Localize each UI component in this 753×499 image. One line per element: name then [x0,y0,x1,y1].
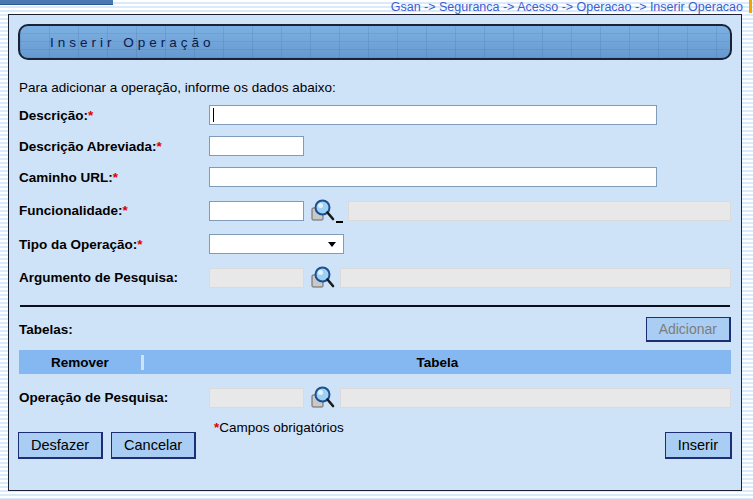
caminho-url-input[interactable] [209,167,657,187]
tabelas-section-header: Tabelas: Adicionar [19,317,731,342]
intro-text: Para adicionar a operação, informe os da… [19,80,731,95]
row-operacao-pesquisa: Operação de Pesquisa: [19,384,731,411]
descricao-label: Descrição:* [19,108,209,123]
argumento-pesquisa-input [209,268,304,288]
required-asterisk: * [88,108,93,123]
operacao-pesquisa-display [340,388,731,408]
cancelar-button[interactable]: Cancelar [111,432,196,459]
row-descricao: Descrição:* [19,104,731,126]
orange-marker [749,0,752,13]
operacao-pesquisa-search-button[interactable] [309,385,335,411]
tabelas-label: Tabelas: [19,322,73,337]
funcionalidade-label: Funcionalidade:* [19,203,209,218]
required-asterisk: * [157,139,162,154]
required-asterisk: * [113,170,118,185]
argumento-pesquisa-label: Argumento de Pesquisa: [19,270,209,285]
required-asterisk: * [123,203,128,218]
column-header-remover: Remover [19,355,144,370]
row-funcionalidade: Funcionalidade:* [19,197,731,224]
chevron-down-icon [328,242,336,247]
magnifier-icon [309,385,335,411]
tipo-operacao-select[interactable] [209,234,344,254]
row-caminho-url: Caminho URL:* [19,166,731,188]
magnifier-icon [309,265,335,291]
funcionalidade-input[interactable] [209,201,304,221]
funcionalidade-search-button[interactable] [309,198,343,224]
descricao-input[interactable] [209,105,657,125]
row-descricao-abreviada: Descrição Abreviada:* [19,135,731,157]
breadcrumb[interactable]: Gsan -> Seguranca -> Acesso -> Operacao … [391,0,743,14]
operacao-pesquisa-label: Operação de Pesquisa: [19,390,209,405]
argumento-pesquisa-display [340,268,731,288]
funcionalidade-display [348,201,731,221]
tabelas-table-header: Remover Tabela [19,350,731,374]
desfazer-button[interactable]: Desfazer [18,432,103,459]
argumento-pesquisa-search-button[interactable] [309,265,335,291]
footer-actions: Desfazer Cancelar Inserir [18,432,732,459]
descricao-abreviada-label: Descrição Abreviada:* [19,139,209,154]
section-divider [20,305,730,307]
column-header-tabela: Tabela [144,355,731,370]
form-content: Para adicionar a operação, informe os da… [9,80,741,435]
row-argumento-pesquisa: Argumento de Pesquisa: [19,264,731,291]
row-tipo-operacao: Tipo da Operação:* [19,233,731,255]
adicionar-button[interactable]: Adicionar [646,317,731,342]
link-underscore [336,221,343,223]
tipo-operacao-label: Tipo da Operação:* [19,237,209,252]
caminho-url-label: Caminho URL:* [19,170,209,185]
operacao-pesquisa-input [209,388,304,408]
main-panel: Inserir Operação Para adicionar a operaç… [8,14,742,491]
required-asterisk: * [137,237,142,252]
page-title: Inserir Operação [50,35,215,50]
inserir-button[interactable]: Inserir [665,432,732,459]
page-title-bar: Inserir Operação [18,24,732,60]
top-menu-fragment [0,0,113,5]
descricao-abreviada-input[interactable] [209,136,304,156]
text-cursor [213,108,214,122]
magnifier-icon [309,198,335,224]
